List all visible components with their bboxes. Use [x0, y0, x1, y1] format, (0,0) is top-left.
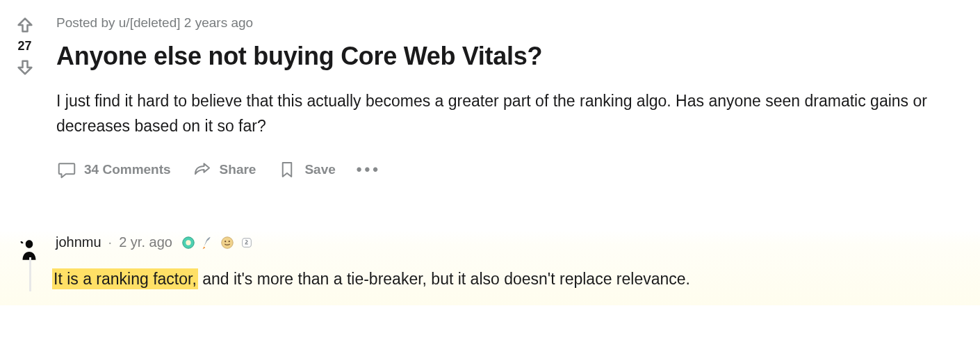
share-label: Share [220, 162, 256, 177]
share-button[interactable]: Share [192, 159, 256, 180]
save-label: Save [304, 162, 335, 177]
post-byline: Posted by u/[deleted] 2 years ago [56, 15, 972, 31]
svg-point-4 [229, 241, 230, 242]
post-age: 2 years ago [184, 15, 253, 30]
post-body: I just find it hard to believe that this… [56, 89, 972, 138]
svg-point-3 [224, 241, 226, 242]
post-content: Posted by u/[deleted] 2 years ago Anyone… [44, 7, 980, 180]
award-rocket-icon[interactable] [200, 235, 215, 250]
award-wholesome-icon[interactable] [181, 235, 196, 250]
post: 27 Posted by u/[deleted] 2 years ago Any… [0, 0, 980, 180]
comment-content: johnmu · 2 yr. ago It is a rankin [50, 234, 980, 291]
post-author[interactable]: u/[deleted] [119, 15, 181, 30]
svg-point-1 [186, 240, 190, 245]
comment-icon [56, 159, 77, 180]
post-actions: 34 Comments Share Save ••• [56, 159, 972, 180]
upvote-icon[interactable] [15, 15, 35, 35]
post-title: Anyone else not buying Core Web Vitals? [56, 42, 972, 71]
svg-point-2 [222, 237, 234, 249]
comment: johnmu · 2 yr. ago It is a rankin [0, 230, 980, 305]
comment-highlight: It is a ranking factor, [52, 268, 198, 289]
award-hug-icon[interactable] [220, 235, 235, 250]
comment-age: 2 yr. ago [119, 234, 172, 250]
more-button[interactable]: ••• [357, 161, 381, 179]
comment-author[interactable]: johnmu [56, 234, 101, 250]
comments-label: 34 Comments [84, 162, 171, 177]
save-button[interactable]: Save [277, 159, 335, 180]
comment-rest: and it's more than a tie-breaker, but it… [198, 270, 690, 288]
comment-separator: · [108, 234, 113, 250]
comment-body: It is a ranking factor, and it's more th… [52, 257, 980, 291]
post-score: 27 [17, 39, 31, 54]
award-silver-icon[interactable] [239, 235, 254, 250]
award-badges [181, 235, 254, 250]
comments-button[interactable]: 34 Comments [56, 159, 171, 180]
thread-line: It is a ranking factor, and it's more th… [29, 257, 980, 291]
vote-column: 27 [6, 7, 44, 180]
byline-prefix: Posted by [56, 15, 119, 30]
comment-header: johnmu · 2 yr. ago [56, 234, 980, 250]
downvote-icon[interactable] [15, 58, 35, 77]
bookmark-icon [277, 159, 297, 180]
share-icon [192, 159, 213, 180]
